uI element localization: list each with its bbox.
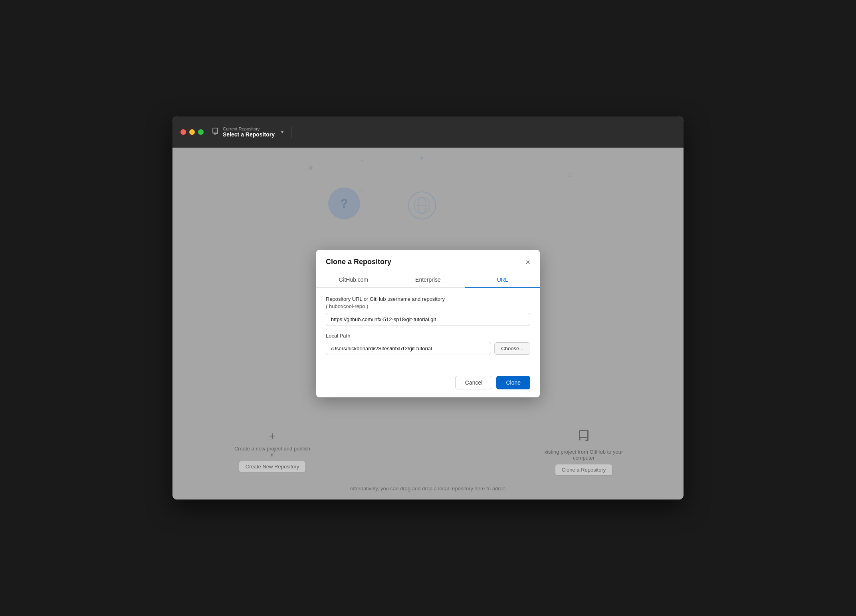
traffic-lights <box>180 129 204 135</box>
modal-body: Repository URL or GitHub username and re… <box>316 288 540 369</box>
modal-tabs: GitHub.com Enterprise URL <box>316 272 540 288</box>
repo-selector[interactable]: Current Repository Select a Repository ▾ <box>212 126 292 138</box>
app-window: Current Repository Select a Repository ▾… <box>172 116 684 500</box>
cancel-button[interactable]: Cancel <box>455 376 493 389</box>
modal-close-button[interactable]: × <box>525 258 530 266</box>
repo-info: Current Repository Select a Repository <box>223 126 275 138</box>
tab-enterprise[interactable]: Enterprise <box>391 272 466 288</box>
tab-github-com[interactable]: GitHub.com <box>316 272 391 288</box>
repo-url-label: Repository URL or GitHub username and re… <box>326 296 530 310</box>
chevron-down-icon: ▾ <box>281 129 283 135</box>
modal-footer: Cancel Clone <box>316 369 540 397</box>
repo-name: Select a Repository <box>223 131 275 138</box>
main-content: ◆ ✦ ◆ ◦ □ ○ ? × + Create a new pr <box>172 148 684 500</box>
local-path-input[interactable] <box>326 342 491 355</box>
modal-overlay: Clone a Repository × GitHub.com Enterpri… <box>172 148 684 500</box>
choose-button[interactable]: Choose... <box>494 342 530 355</box>
repo-icon <box>212 128 219 137</box>
local-path-row: Choose... <box>326 342 530 355</box>
title-bar: Current Repository Select a Repository ▾ <box>172 116 684 148</box>
clone-modal: Clone a Repository × GitHub.com Enterpri… <box>316 250 540 397</box>
repo-url-field-group: Repository URL or GitHub username and re… <box>326 296 530 326</box>
local-path-label: Local Path <box>326 332 530 340</box>
close-button[interactable] <box>180 129 186 135</box>
minimize-button[interactable] <box>189 129 195 135</box>
modal-header: Clone a Repository × <box>316 250 540 272</box>
tab-url[interactable]: URL <box>465 272 540 288</box>
repo-label: Current Repository <box>223 126 275 131</box>
repo-url-input[interactable] <box>326 313 530 326</box>
modal-title: Clone a Repository <box>326 258 391 266</box>
clone-button[interactable]: Clone <box>496 376 530 389</box>
local-path-field-group: Local Path Choose... <box>326 332 530 355</box>
maximize-button[interactable] <box>198 129 204 135</box>
